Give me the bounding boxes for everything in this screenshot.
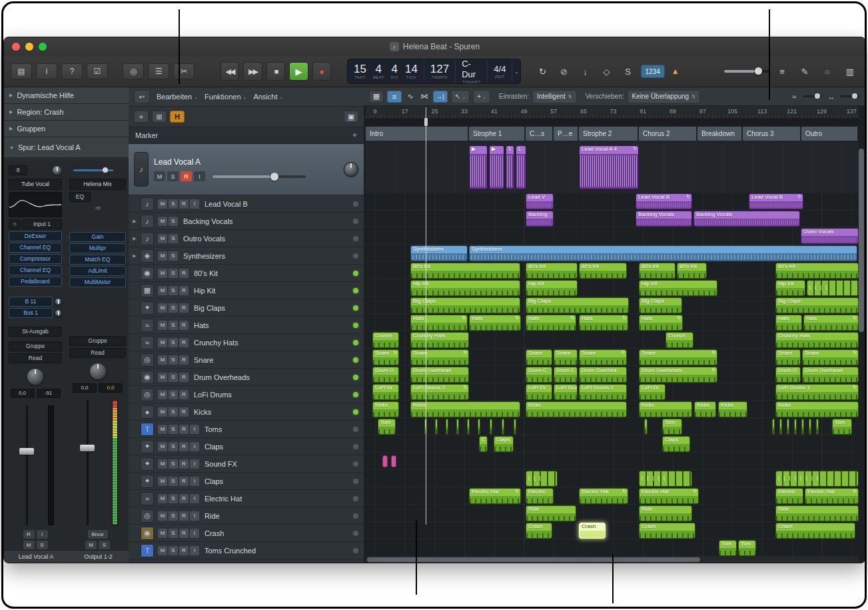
solo-icon[interactable]: S xyxy=(620,64,637,79)
arrangement-marker[interactable]: Intro xyxy=(366,127,469,141)
region[interactable]: Crash xyxy=(639,523,695,539)
send-slot[interactable]: B 11 xyxy=(9,297,53,307)
track-m-button[interactable]: M xyxy=(158,407,167,417)
region[interactable]: 80's Kit xyxy=(677,263,707,279)
region[interactable]: Hats↻ xyxy=(469,315,521,331)
play-button[interactable]: ▶ xyxy=(289,62,308,81)
inspector-section-dynamic-help[interactable]: ▶ Dynamische Hilfe xyxy=(4,87,129,104)
scrollbar-thumb[interactable] xyxy=(367,557,700,562)
track-row[interactable]: ▶◉MSRICrash xyxy=(129,525,364,542)
strip-top-slider[interactable] xyxy=(69,163,126,177)
disclosure-icon[interactable]: ▶ xyxy=(131,219,138,224)
region[interactable]: C xyxy=(479,436,488,452)
region[interactable]: Crunch xyxy=(372,332,399,348)
automation-icon[interactable]: ∿ xyxy=(405,92,416,101)
track-r-button[interactable]: R xyxy=(179,286,189,295)
eq-thumbnail[interactable] xyxy=(9,192,62,217)
autopunch-icon[interactable]: ⊘ xyxy=(556,64,573,79)
channel-setting-slot[interactable]: Helena Mix xyxy=(69,179,126,190)
track-row[interactable]: ▶◎MSRSnare xyxy=(129,351,364,369)
pan-value[interactable]: 0,0 xyxy=(73,383,97,393)
replace-icon[interactable]: ↓ xyxy=(577,64,594,79)
region[interactable] xyxy=(794,419,797,435)
crossfade-icon[interactable]: ⋈ xyxy=(419,92,430,101)
track-m-button[interactable]: M xyxy=(158,217,167,226)
track-r-button[interactable]: R xyxy=(179,373,189,382)
insert-slot[interactable]: Compressor xyxy=(9,254,62,264)
region[interactable]: Electric Hat↻ xyxy=(639,488,699,504)
insert-slot[interactable]: MultiMeter xyxy=(69,277,126,287)
arrangement-marker[interactable]: Breakdown xyxy=(697,127,743,141)
region[interactable]: LoFi Drums 1↻ xyxy=(775,384,859,400)
menu-funktionen[interactable]: Funktionen⌄ xyxy=(205,93,246,101)
region[interactable]: Kicks xyxy=(694,401,716,417)
region[interactable] xyxy=(490,419,492,435)
insert-slot[interactable]: Channel EQ xyxy=(9,243,62,253)
disclosure-icon[interactable]: ▶ xyxy=(9,126,13,131)
duplicate-track-button[interactable]: ⊞ xyxy=(152,111,167,123)
track-r-button[interactable]: R xyxy=(179,321,189,330)
track-m-button[interactable]: M xyxy=(158,477,167,486)
track-m-button[interactable]: M xyxy=(158,529,167,538)
track-r-button[interactable]: R xyxy=(179,199,189,209)
track-row[interactable]: ▶♪MSRILead Vocal B xyxy=(129,195,364,213)
browsers-icon[interactable]: ▥ xyxy=(841,64,859,79)
metronome-icon[interactable]: ▲ xyxy=(669,67,682,76)
pointer-tool[interactable]: ↖⌄ xyxy=(451,90,470,103)
region[interactable] xyxy=(801,419,804,435)
track-m-button[interactable]: M xyxy=(158,373,167,382)
region[interactable]: Big Claps xyxy=(639,297,682,313)
horizontal-zoom-slider[interactable] xyxy=(840,95,860,97)
library-icon[interactable]: ▤ xyxy=(11,63,32,79)
region[interactable]: Hats xyxy=(775,315,802,331)
track-m-button[interactable]: M xyxy=(158,269,167,278)
track-m-button[interactable]: M xyxy=(158,355,167,365)
zoom-icon[interactable] xyxy=(39,43,47,51)
close-icon[interactable] xyxy=(12,43,20,51)
automation-slot[interactable]: Read xyxy=(69,348,126,358)
track-row[interactable]: ▶♪MSBacking Vocals xyxy=(129,213,364,230)
playhead[interactable] xyxy=(426,107,426,525)
track-r-button[interactable]: R xyxy=(179,338,189,347)
input-slot[interactable]: Input 1 xyxy=(22,219,62,229)
region[interactable] xyxy=(446,419,448,435)
menu-ansicht[interactable]: Ansicht⌄ xyxy=(253,93,283,101)
region[interactable] xyxy=(779,419,782,435)
arrangement-marker[interactable]: Strophe 1 xyxy=(469,127,526,141)
track-s-button[interactable]: S xyxy=(169,321,178,330)
record-enable-button[interactable]: R xyxy=(181,171,192,181)
region[interactable]: Big Claps xyxy=(775,297,859,313)
region[interactable]: Hats↻ xyxy=(639,315,683,331)
region[interactable]: LoFi Dru xyxy=(554,384,578,400)
track-s-button[interactable]: S xyxy=(169,546,178,555)
tuner-icon[interactable]: ◇ xyxy=(598,64,616,79)
bounce-button[interactable]: Bnce xyxy=(88,530,108,539)
region-list-icon[interactable]: ≡ xyxy=(387,91,402,103)
region[interactable]: Crash xyxy=(775,523,855,539)
region[interactable]: Synthesizers xyxy=(410,245,468,261)
track-r-button[interactable]: R xyxy=(179,459,189,469)
snap-dropdown[interactable]: Intelligent⇅ xyxy=(532,90,577,103)
fader-cap[interactable] xyxy=(80,445,95,451)
track-m-button[interactable]: M xyxy=(158,425,167,434)
track-m-button[interactable]: M xyxy=(158,459,167,469)
region[interactable]: 80's Kit xyxy=(775,263,859,279)
track-r-button[interactable]: R xyxy=(179,425,189,434)
track-r-button[interactable]: R xyxy=(179,269,189,278)
pan-knob[interactable] xyxy=(344,162,358,177)
track-row[interactable]: ▶◉MSRDrum Overheads xyxy=(129,369,364,386)
track-m-button[interactable]: M xyxy=(158,546,167,555)
region[interactable]: Tom xyxy=(719,540,737,556)
region[interactable]: Drum O xyxy=(372,367,399,383)
track-r-button[interactable]: R xyxy=(179,303,189,313)
region[interactable]: Drum O xyxy=(775,367,801,383)
disclosure-icon[interactable]: ▶ xyxy=(9,93,13,98)
arrangement-marker[interactable]: Chorus 2 xyxy=(639,127,697,141)
track-i-button[interactable]: I xyxy=(190,511,199,521)
insert-slot[interactable]: Gain xyxy=(69,232,126,242)
stop-button[interactable]: ■ xyxy=(266,62,285,81)
track-i-button[interactable]: I xyxy=(190,529,199,538)
region[interactable]: Electric Hat↻ xyxy=(469,488,521,504)
region[interactable]: Lead V xyxy=(526,193,554,209)
region[interactable]: LoFi Dr xyxy=(372,384,399,400)
